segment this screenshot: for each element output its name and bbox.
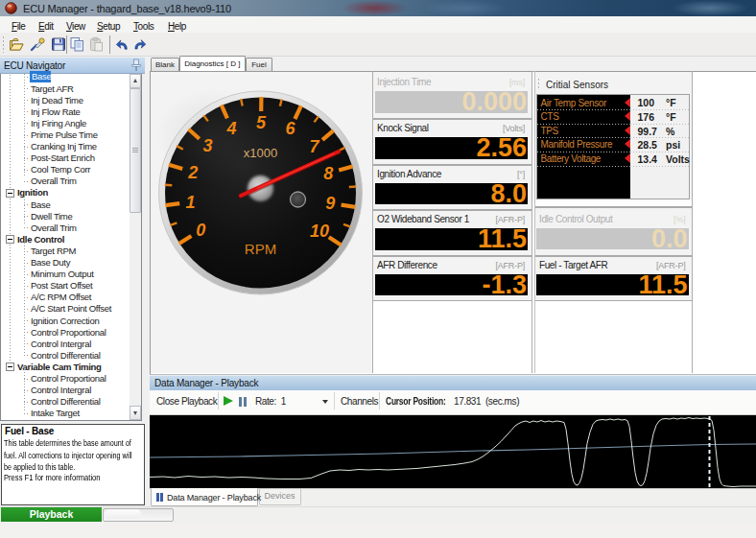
svg-text:7: 7 <box>309 137 319 156</box>
svg-text:0: 0 <box>196 221 205 240</box>
svg-text:1: 1 <box>186 193 196 212</box>
svg-text:9: 9 <box>325 194 335 213</box>
svg-text:5: 5 <box>256 113 267 132</box>
svg-text:10: 10 <box>310 222 329 241</box>
svg-text:RPM: RPM <box>245 241 276 257</box>
svg-text:x1000: x1000 <box>244 146 277 160</box>
svg-text:2: 2 <box>187 163 198 182</box>
svg-text:4: 4 <box>226 119 237 138</box>
svg-text:8: 8 <box>323 164 333 183</box>
svg-text:6: 6 <box>286 119 296 138</box>
svg-text:3: 3 <box>202 136 212 155</box>
